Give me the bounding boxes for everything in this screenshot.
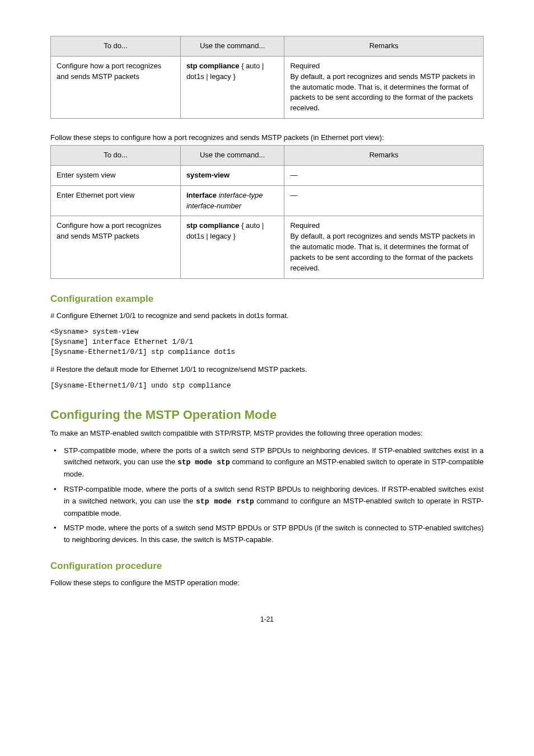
section-heading: Configuring the MSTP Operation Mode	[50, 408, 484, 422]
table-row: Configure how a port recognizes and send…	[51, 56, 484, 118]
page-number: 1-21	[50, 615, 484, 623]
table-row: Enter Ethernet port view interface inter…	[51, 185, 484, 216]
mode-list: STP-compatible mode, where the ports of …	[50, 445, 484, 546]
t2-h3: Remarks	[284, 146, 484, 166]
section-intro: To make an MSTP-enabled switch compatibl…	[50, 428, 484, 439]
t2-h2: Use the command...	[180, 146, 284, 166]
t1-todo: Configure how a port recognizes and send…	[51, 56, 181, 118]
table-system-view: To do... Use the command... Remarks Conf…	[50, 36, 484, 119]
list-item: RSTP-compatible mode, where the ports of…	[50, 484, 484, 519]
list-item: MSTP mode, where the ports of a switch s…	[50, 522, 484, 546]
sub-heading: Configuration procedure	[50, 561, 484, 572]
list-item: STP-compatible mode, where the ports of …	[50, 445, 484, 480]
table-row: Configure how a port recognizes and send…	[51, 216, 484, 278]
t1-remarks: RequiredBy default, a port recognizes an…	[284, 56, 484, 118]
t1-h2: Use the command...	[180, 36, 284, 57]
example-p2: # Restore the default mode for Ethernet …	[50, 364, 484, 375]
example-cmd2: [Sysname-Ethernet1/0/1] undo stp complia…	[50, 381, 484, 391]
sub-intro: Follow these steps to configure the MSTP…	[50, 577, 484, 589]
intro-port-view: Follow these steps to configure how a po…	[50, 133, 484, 142]
example-heading: Configuration example	[50, 293, 484, 305]
t1-h1: To do...	[51, 36, 181, 57]
example-p1: # Configure Ethernet 1/0/1 to recognize …	[50, 310, 484, 321]
t1-cmd: stp compliance { auto | dot1s | legacy }	[180, 56, 284, 118]
table-port-view: To do... Use the command... Remarks Ente…	[50, 145, 484, 279]
t1-h3: Remarks	[284, 36, 484, 57]
table-row: Enter system view system-view —	[51, 165, 484, 185]
example-cmd1: <Sysname> system-view [Sysname] interfac…	[50, 327, 484, 357]
t2-h1: To do...	[51, 146, 181, 166]
